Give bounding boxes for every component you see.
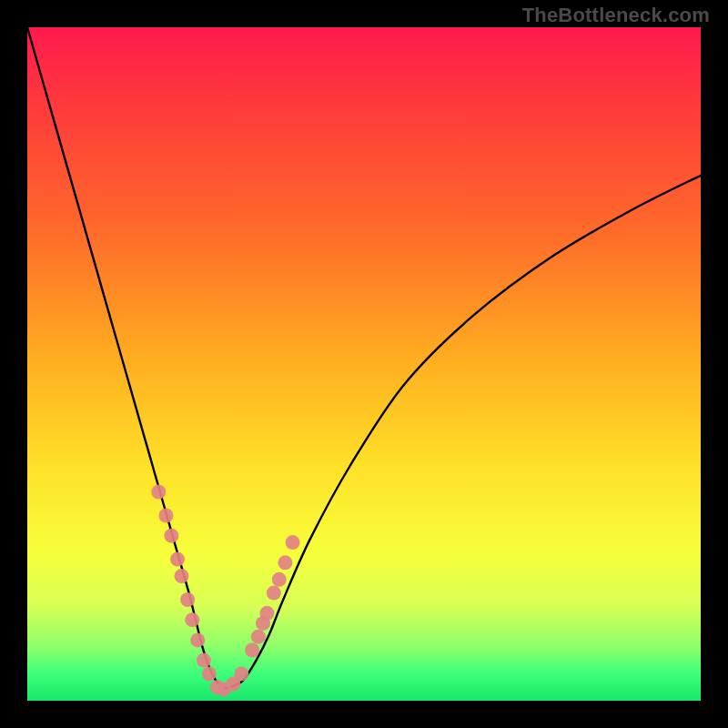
data-marker [158, 509, 173, 523]
data-marker [180, 592, 195, 607]
watermark-text: TheBottleneck.com [522, 4, 710, 27]
data-marker [226, 677, 240, 692]
data-marker [190, 632, 205, 647]
data-marker [278, 555, 292, 570]
data-marker [217, 682, 231, 696]
data-marker [256, 616, 270, 631]
data-marker [174, 569, 188, 583]
marker-group [151, 485, 299, 697]
data-marker [197, 653, 211, 668]
data-marker [185, 612, 199, 627]
data-marker [170, 552, 185, 567]
data-marker [267, 586, 281, 601]
data-marker [164, 529, 178, 543]
data-marker [202, 666, 217, 681]
bottleneck-curve [27, 27, 701, 688]
plot-area [27, 27, 701, 701]
chart-svg [27, 27, 701, 701]
chart-frame: TheBottleneck.com [0, 0, 728, 728]
data-marker [151, 485, 166, 500]
data-marker [259, 606, 274, 621]
data-marker [272, 572, 287, 587]
data-marker [234, 666, 248, 681]
data-marker [245, 643, 259, 658]
data-marker [286, 535, 300, 550]
data-marker [251, 630, 266, 644]
data-marker [210, 680, 225, 694]
